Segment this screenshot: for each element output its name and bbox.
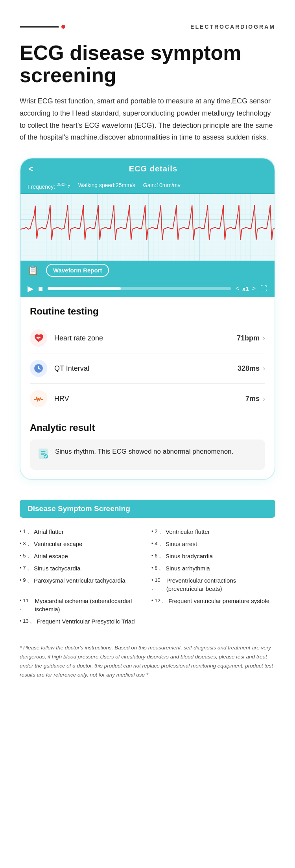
top-bar: ELECTROCARDIOGRAM	[20, 24, 275, 30]
heart-rate-icon	[30, 329, 47, 347]
list-item: • 3 、Ventricular escape	[20, 538, 144, 550]
list-item: • 5 、Atrial escape	[20, 550, 144, 562]
qt-interval-chevron: ›	[263, 364, 265, 373]
speed-prev-button[interactable]: <	[236, 285, 239, 292]
ecg-wave	[20, 194, 275, 261]
list-item: • 4 、Sinus arrest	[151, 538, 275, 550]
red-dot	[61, 25, 65, 29]
list-item: • 2 、Ventricular flutter	[151, 526, 275, 538]
ecg-title: ECG details	[40, 164, 267, 173]
heart-rate-chevron: ›	[263, 334, 265, 342]
analytic-box: Sinus rhythm. This ECG showed no abnorma…	[30, 440, 265, 470]
ecg-controls: ▶ ■ < x1 > ⛶	[20, 280, 275, 297]
hrv-value: 7ms	[245, 395, 260, 403]
list-item: • 12 、Frequent ventricular premature sys…	[151, 595, 275, 615]
disease-section: Disease Symptom Screening • 1 、Atrial fl…	[20, 500, 275, 680]
speed-next-button[interactable]: >	[252, 285, 256, 292]
list-item: • 10 、Preventricular contractions (preve…	[151, 574, 275, 595]
gain-label: Gain:10mm/mv	[143, 182, 181, 190]
frequency-label: Frequency: 250Hz	[28, 182, 70, 190]
decorative-line	[20, 26, 59, 28]
speed-control: < x1 >	[236, 285, 256, 292]
page-description: Wrist ECG test function, smart and porta…	[20, 95, 275, 143]
progress-bar[interactable]	[48, 287, 231, 290]
play-button[interactable]: ▶	[28, 284, 33, 293]
analytic-text: Sinus rhythm. This ECG showed no abnorma…	[55, 447, 233, 457]
freq-text: Frequency:	[28, 183, 55, 189]
fullscreen-button[interactable]: ⛶	[260, 285, 267, 293]
analytic-section: Analytic result Sinus rhythm. This ECG s…	[20, 414, 275, 479]
qt-interval-label: QT Interval	[54, 364, 238, 373]
hrv-chevron: ›	[263, 395, 265, 403]
routine-title: Routine testing	[30, 306, 265, 317]
qt-interval-row[interactable]: QT Interval 328ms ›	[30, 353, 265, 384]
analytic-title: Analytic result	[30, 422, 265, 433]
doc-icon: 📋	[28, 265, 38, 276]
disease-header: Disease Symptom Screening	[20, 500, 275, 518]
routine-section: Routine testing Heart rate zone 71bpm › …	[20, 297, 275, 414]
phone-mockup: < ECG details Frequency: 250Hz Walking s…	[20, 158, 275, 480]
ecg-graph	[20, 194, 275, 261]
stop-button[interactable]: ■	[38, 284, 43, 293]
progress-bar-fill	[48, 287, 121, 290]
list-item: • 13 、Frequent Ventricular Presystolic T…	[20, 615, 275, 627]
list-item: • 9 、Paroxysmal ventricular tachycardia	[20, 574, 144, 595]
list-item: • 6 、Sinus bradycardia	[151, 550, 275, 562]
hrv-icon	[30, 390, 47, 407]
hrv-label: HRV	[54, 395, 245, 403]
analytic-icon	[37, 447, 50, 463]
heart-rate-value: 71bpm	[237, 334, 260, 342]
speed-value: x1	[242, 285, 249, 292]
list-item: • 1 、Atrial flutter	[20, 526, 144, 538]
heart-rate-label: Heart rate zone	[54, 334, 237, 342]
walking-speed-label: Walking speed:25mm/s	[78, 182, 135, 190]
heart-rate-row[interactable]: Heart rate zone 71bpm ›	[30, 323, 265, 353]
qt-interval-icon	[30, 360, 47, 377]
list-item: • 8 、Sinus arrhythmia	[151, 562, 275, 574]
disease-grid: • 1 、Atrial flutter • 2 、Ventricular flu…	[20, 526, 275, 627]
category-label: ELECTROCARDIOGRAM	[190, 24, 275, 30]
top-bar-left	[20, 25, 65, 29]
disclaimer-text: * Please follow the doctor's instruction…	[20, 637, 275, 680]
qt-interval-value: 328ms	[238, 364, 260, 373]
list-item: • 11 、Myocardial ischemia (subendocardia…	[20, 595, 144, 615]
waveform-bar: 📋 Waveform Report	[20, 261, 275, 280]
page-title: ECG disease symptom screening	[20, 42, 275, 86]
ecg-header: < ECG details	[20, 158, 275, 180]
freq-val: 250Hz	[55, 183, 70, 189]
ecg-meta: Frequency: 250Hz Walking speed:25mm/s Ga…	[20, 180, 275, 194]
list-item: • 7 、Sinus tachycardia	[20, 562, 144, 574]
waveform-report-button[interactable]: Waveform Report	[46, 264, 109, 277]
hrv-row[interactable]: HRV 7ms ›	[30, 384, 265, 414]
back-button[interactable]: <	[28, 164, 33, 174]
